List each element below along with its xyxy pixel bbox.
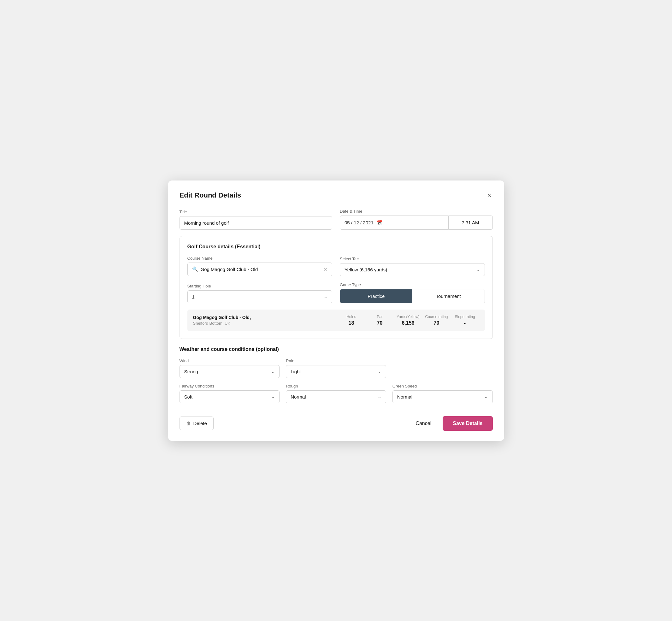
course-search-wrap[interactable]: 🔍 ✕ xyxy=(187,262,333,276)
title-label: Title xyxy=(179,210,333,214)
select-tee-label: Select Tee xyxy=(340,256,485,261)
modal-title: Edit Round Details xyxy=(179,191,241,199)
holes-label: Holes xyxy=(346,315,356,319)
footer-right: Cancel Save Details xyxy=(411,416,493,431)
course-rating-value: 70 xyxy=(434,320,439,326)
close-button[interactable]: × xyxy=(486,191,493,200)
wind-dropdown[interactable]: Strong ⌄ xyxy=(179,365,280,378)
yards-value: 6,156 xyxy=(402,320,414,326)
title-field-group: Title xyxy=(179,210,333,230)
slope-rating-value: - xyxy=(464,320,466,326)
par-label: Par xyxy=(377,315,383,319)
game-type-group: Game Type Practice Tournament xyxy=(340,282,485,303)
save-button[interactable]: Save Details xyxy=(443,416,493,431)
datetime-field-group: Date & Time 05 / 12 / 2021 📅 7:31 AM xyxy=(340,209,493,230)
delete-label: Delete xyxy=(194,421,207,426)
wind-label: Wind xyxy=(179,359,280,363)
time-input[interactable]: 7:31 AM xyxy=(449,215,493,230)
green-speed-field: Green Speed Normal ⌄ xyxy=(392,384,493,403)
course-info-name: Gog Magog Golf Club - Old, xyxy=(193,315,337,320)
footer-row: 🗑 Delete Cancel Save Details xyxy=(179,411,493,431)
wind-rain-row: Wind Strong ⌄ Rain Light ⌄ xyxy=(179,359,493,378)
fairway-label: Fairway Conditions xyxy=(179,384,280,388)
fairway-value: Soft xyxy=(184,394,269,400)
hole-gametype-row: Starting Hole 1 ⌄ Game Type Practice Tou… xyxy=(187,282,485,303)
holes-stat: Holes 18 xyxy=(337,315,366,326)
edit-round-modal: Edit Round Details × Title Date & Time 0… xyxy=(168,180,504,441)
datetime-label: Date & Time xyxy=(340,209,493,214)
date-value: 05 / 12 / 2021 xyxy=(344,220,374,225)
course-tee-row: Course Name 🔍 ✕ Select Tee Yellow (6,156… xyxy=(187,256,485,276)
practice-button[interactable]: Practice xyxy=(340,289,412,303)
course-rating-stat: Course rating 70 xyxy=(422,315,451,326)
green-speed-dropdown[interactable]: Normal ⌄ xyxy=(392,390,493,403)
datetime-group: 05 / 12 / 2021 📅 7:31 AM xyxy=(340,215,493,230)
calendar-icon: 📅 xyxy=(376,220,382,225)
course-info-name-group: Gog Magog Golf Club - Old, Shelford Bott… xyxy=(193,315,337,326)
slope-rating-label: Slope rating xyxy=(455,315,475,319)
delete-button[interactable]: 🗑 Delete xyxy=(179,417,214,430)
chevron-down-icon-wind: ⌄ xyxy=(271,369,275,374)
game-type-label: Game Type xyxy=(340,282,485,287)
rain-field: Rain Light ⌄ xyxy=(286,359,386,378)
rough-dropdown[interactable]: Normal ⌄ xyxy=(286,390,386,403)
starting-hole-label: Starting Hole xyxy=(187,284,333,288)
starting-hole-value: 1 xyxy=(192,294,322,299)
rough-value: Normal xyxy=(291,394,375,400)
chevron-down-icon-fairway: ⌄ xyxy=(271,394,275,399)
select-tee-group: Select Tee Yellow (6,156 yards) ⌄ xyxy=(340,256,485,276)
clear-icon[interactable]: ✕ xyxy=(323,266,328,272)
chevron-down-icon-green: ⌄ xyxy=(484,394,488,399)
holes-value: 18 xyxy=(349,320,354,326)
fairway-rough-green-row: Fairway Conditions Soft ⌄ Rough Normal ⌄… xyxy=(179,384,493,403)
fairway-dropdown[interactable]: Soft ⌄ xyxy=(179,390,280,403)
slope-rating-stat: Slope rating - xyxy=(451,315,479,326)
golf-section-title: Golf Course details (Essential) xyxy=(187,244,485,250)
rough-field: Rough Normal ⌄ xyxy=(286,384,386,403)
green-speed-value: Normal xyxy=(397,394,482,400)
title-input[interactable] xyxy=(179,216,333,230)
chevron-down-icon-hole: ⌄ xyxy=(324,294,328,299)
trash-icon: 🗑 xyxy=(186,421,191,426)
course-rating-label: Course rating xyxy=(425,315,448,319)
title-datetime-row: Title Date & Time 05 / 12 / 2021 📅 7:31 … xyxy=(179,209,493,230)
select-tee-value: Yellow (6,156 yards) xyxy=(344,267,474,272)
conditions-title: Weather and course conditions (optional) xyxy=(179,346,493,352)
date-input[interactable]: 05 / 12 / 2021 📅 xyxy=(340,215,449,230)
time-value: 7:31 AM xyxy=(462,220,479,225)
wind-field: Wind Strong ⌄ xyxy=(179,359,280,378)
starting-hole-dropdown[interactable]: 1 ⌄ xyxy=(187,290,333,303)
chevron-down-icon: ⌄ xyxy=(476,267,480,272)
course-info-row: Gog Magog Golf Club - Old, Shelford Bott… xyxy=(187,309,485,331)
green-speed-label: Green Speed xyxy=(392,384,493,388)
course-info-location: Shelford Bottom, UK xyxy=(193,321,337,326)
course-name-group: Course Name 🔍 ✕ xyxy=(187,256,333,276)
golf-course-section: Golf Course details (Essential) Course N… xyxy=(179,236,493,339)
cancel-button[interactable]: Cancel xyxy=(411,417,436,430)
fairway-field: Fairway Conditions Soft ⌄ xyxy=(179,384,280,403)
course-name-label: Course Name xyxy=(187,256,333,261)
rain-label: Rain xyxy=(286,359,386,363)
starting-hole-group: Starting Hole 1 ⌄ xyxy=(187,284,333,303)
conditions-section: Weather and course conditions (optional)… xyxy=(179,346,493,403)
wind-value: Strong xyxy=(184,369,269,374)
select-tee-dropdown[interactable]: Yellow (6,156 yards) ⌄ xyxy=(340,263,485,276)
course-name-input[interactable] xyxy=(201,266,321,272)
search-icon: 🔍 xyxy=(192,266,198,272)
modal-header: Edit Round Details × xyxy=(179,191,493,200)
chevron-down-icon-rain: ⌄ xyxy=(378,369,381,374)
rain-dropdown[interactable]: Light ⌄ xyxy=(286,365,386,378)
par-value: 70 xyxy=(377,320,383,326)
tournament-button[interactable]: Tournament xyxy=(412,289,485,303)
game-type-toggle: Practice Tournament xyxy=(340,289,485,303)
yards-label: Yards(Yellow) xyxy=(396,315,420,319)
rain-value: Light xyxy=(291,369,375,374)
par-stat: Par 70 xyxy=(366,315,394,326)
yards-stat: Yards(Yellow) 6,156 xyxy=(394,315,422,326)
rough-label: Rough xyxy=(286,384,386,388)
chevron-down-icon-rough: ⌄ xyxy=(378,394,381,399)
